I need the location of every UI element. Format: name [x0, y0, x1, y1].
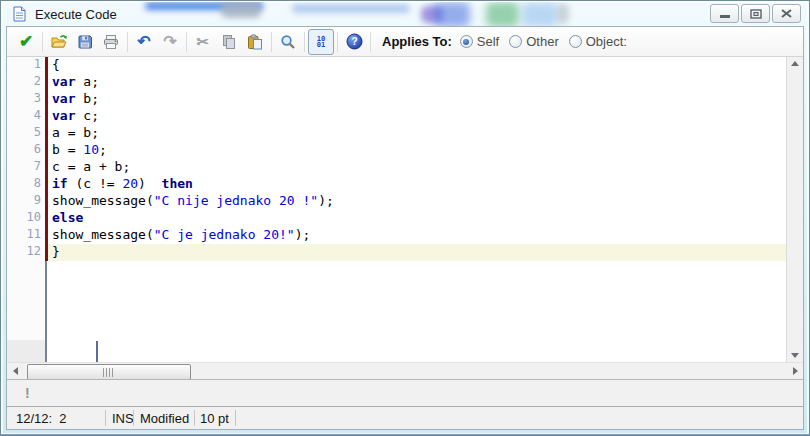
vertical-scrollbar[interactable] [786, 57, 803, 362]
restore-button[interactable] [741, 4, 770, 23]
toggle-binary-view-button[interactable]: 1001 [308, 29, 334, 55]
print-icon [103, 34, 119, 50]
radio-label: Other [526, 34, 559, 49]
radio-label: Object: [586, 34, 627, 49]
message-panel: ! [7, 379, 803, 406]
close-icon [781, 9, 792, 18]
applies-to-group: Applies To: SelfOtherObject: [382, 34, 627, 49]
scroll-right-arrow-icon[interactable] [793, 367, 798, 375]
status-insert-mode: INS [112, 411, 134, 426]
status-separator [235, 410, 236, 426]
code-line[interactable]: { [48, 57, 786, 74]
line-number: 9 [7, 193, 45, 210]
check-icon: ✔ [19, 33, 33, 50]
help-icon: ? [346, 33, 363, 50]
code-line[interactable]: } [48, 244, 786, 261]
toolbar-separator [337, 32, 338, 52]
code-line[interactable]: if (c != 20) then [48, 176, 786, 193]
code-editor[interactable]: 123456789101112 {var a;var b;var c;a = b… [7, 57, 803, 362]
cut-button[interactable]: ✂ [190, 29, 216, 55]
toolbar-separator [370, 32, 371, 52]
message-text: ! [25, 385, 30, 401]
horizontal-scrollbar-thumb[interactable] [27, 364, 191, 380]
scroll-left-arrow-icon[interactable] [13, 367, 18, 375]
code-line[interactable]: else [48, 210, 786, 227]
svg-text:?: ? [351, 36, 357, 47]
radio-option-object[interactable]: Object: [569, 34, 627, 49]
code-line[interactable]: var c; [48, 108, 786, 125]
execute-code-window: Execute Code ✔ [0, 0, 810, 436]
find-button[interactable] [275, 29, 301, 55]
code-line[interactable]: b = 10; [48, 142, 786, 159]
line-number: 5 [7, 125, 45, 142]
redo-button[interactable]: ↷ [157, 29, 183, 55]
titlebar[interactable]: Execute Code [3, 2, 807, 27]
undo-button[interactable]: ↶ [131, 29, 157, 55]
open-button[interactable] [46, 29, 72, 55]
redo-icon: ↷ [163, 34, 176, 50]
minimize-icon [720, 15, 730, 18]
undo-icon: ↶ [137, 34, 150, 50]
toolbar-separator [186, 32, 187, 52]
glass-blob [221, 2, 261, 18]
code-line[interactable]: show_message("C je jednako 20!"); [48, 227, 786, 244]
line-number: 7 [7, 159, 45, 176]
print-button[interactable] [98, 29, 124, 55]
window-controls [710, 4, 801, 23]
help-button[interactable]: ? [341, 29, 367, 55]
line-number: 11 [7, 227, 45, 244]
line-number: 12 [7, 244, 45, 261]
client-area: ✔ [7, 27, 803, 429]
gutter-bottom-shade [7, 340, 45, 362]
save-icon [77, 34, 93, 50]
glass-blob [557, 3, 569, 24]
paste-icon [247, 34, 263, 50]
line-number: 3 [7, 91, 45, 108]
window-title: Execute Code [35, 7, 117, 22]
line-number: 10 [7, 210, 45, 227]
status-modified: Modified [140, 411, 189, 426]
open-folder-icon [51, 34, 68, 50]
copy-icon [221, 34, 237, 50]
save-button[interactable] [72, 29, 98, 55]
glass-blob [486, 2, 519, 27]
line-number: 1 [7, 57, 45, 74]
gutter-numbers: 123456789101112 [7, 57, 45, 261]
applies-to-options: SelfOtherObject: [460, 34, 627, 49]
scroll-up-arrow-icon[interactable] [791, 61, 799, 66]
line-number: 2 [7, 74, 45, 91]
code-line[interactable]: show_message("C nije jednako 20 !"); [48, 193, 786, 210]
toolbar-separator [127, 32, 128, 52]
toolbar-separator [271, 32, 272, 52]
paste-button[interactable] [242, 29, 268, 55]
radio-icon[interactable] [569, 35, 582, 48]
line-number: 8 [7, 176, 45, 193]
code-lines[interactable]: {var a;var b;var c;a = b;b = 10;c = a + … [48, 57, 786, 362]
binary-icon: 1001 [317, 36, 325, 48]
code-line[interactable]: c = a + b; [48, 159, 786, 176]
minimize-button[interactable] [710, 4, 739, 23]
scroll-down-arrow-icon[interactable] [791, 353, 799, 358]
horizontal-scrollbar[interactable] [7, 362, 803, 379]
radio-label: Self [477, 34, 499, 49]
thumb-grip-icon [103, 368, 115, 377]
code-line[interactable]: a = b; [48, 125, 786, 142]
radio-icon[interactable] [460, 35, 473, 48]
radio-option-other[interactable]: Other [509, 34, 559, 49]
close-button[interactable] [772, 4, 801, 23]
toolbar-separator [42, 32, 43, 52]
toolbar-separator [304, 32, 305, 52]
glass-blob [292, 4, 410, 13]
code-line[interactable]: var b; [48, 91, 786, 108]
gutter-border [45, 261, 47, 362]
glass-blob [522, 2, 558, 27]
status-bar: 12/12: 2 INS Modified 10 pt [7, 406, 803, 429]
radio-icon[interactable] [509, 35, 522, 48]
copy-button[interactable] [216, 29, 242, 55]
code-line[interactable]: var a; [48, 74, 786, 91]
caret [96, 341, 98, 362]
glass-blob [434, 2, 470, 27]
status-separator [105, 410, 106, 426]
radio-option-self[interactable]: Self [460, 34, 499, 49]
validate-button[interactable]: ✔ [13, 29, 39, 55]
